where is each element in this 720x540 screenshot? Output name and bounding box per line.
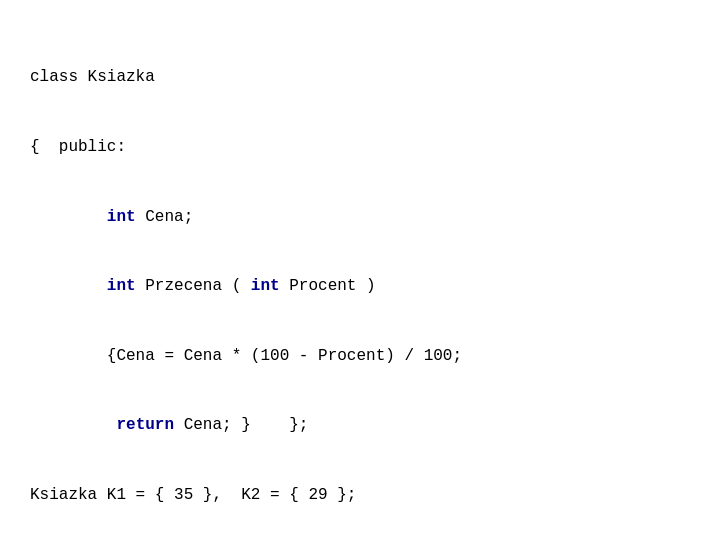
code-text: Ksiazka K1 = { 35 }, K2 = { 29 }; <box>30 486 356 504</box>
code-text: {Cena = Cena * (100 - Procent) / 100; <box>30 347 462 365</box>
code-text: { public: <box>30 138 126 156</box>
code-line-5: {Cena = Cena * (100 - Procent) / 100; <box>30 345 690 368</box>
code-text: return Cena; } }; <box>30 416 308 434</box>
code-container: class Ksiazka { public: int Cena; int Pr… <box>30 20 690 540</box>
code-line-2: { public: <box>30 136 690 159</box>
code-line-3: int Cena; <box>30 206 690 229</box>
code-line-7: Ksiazka K1 = { 35 }, K2 = { 29 }; <box>30 484 690 507</box>
code-text: class Ksiazka <box>30 68 155 86</box>
code-text: int Przecena ( int Procent ) <box>30 277 376 295</box>
code-text: int Cena; <box>30 208 193 226</box>
code-line-4: int Przecena ( int Procent ) <box>30 275 690 298</box>
code-line-1: class Ksiazka <box>30 66 690 89</box>
code-line-6: return Cena; } }; <box>30 414 690 437</box>
